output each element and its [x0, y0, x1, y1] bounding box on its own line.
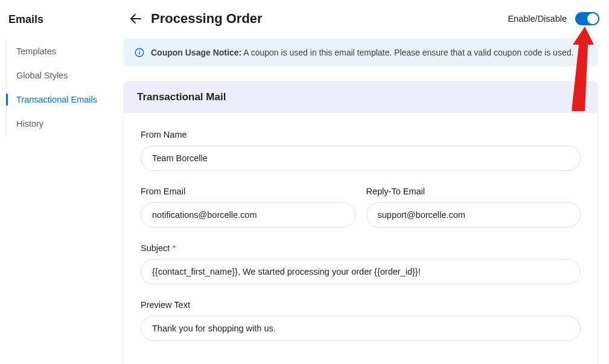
- page-header: Processing Order Enable/Disable: [121, 11, 601, 39]
- sidebar-item-history[interactable]: History: [15, 112, 115, 136]
- notice-body: A coupon is used in this email template.…: [241, 48, 573, 57]
- reply-to-label: Reply-To Email: [366, 187, 581, 196]
- info-icon: [134, 47, 145, 58]
- header-left: Processing Order: [128, 11, 263, 27]
- from-name-input[interactable]: [141, 145, 581, 171]
- preview-text-label: Preview Text: [141, 300, 581, 310]
- reply-to-input[interactable]: [366, 202, 581, 228]
- sidebar-nav-list: Templates Global Styles Transactional Em…: [6, 39, 115, 136]
- field-row-emails: From Email Reply-To Email: [141, 187, 581, 228]
- enable-disable-toggle[interactable]: [575, 12, 599, 25]
- field-subject: Subject*: [141, 243, 581, 284]
- subject-label-text: Subject: [141, 243, 170, 253]
- field-preview-text: Preview Text: [141, 300, 581, 341]
- card-body: From Name From Email Reply-To Email: [124, 113, 598, 364]
- transactional-mail-card: Transactional Mail From Name From Email …: [123, 81, 598, 364]
- from-email-input[interactable]: [141, 202, 356, 228]
- page-title: Processing Order: [151, 11, 263, 27]
- sidebar-item-transactional-emails[interactable]: Transactional Emails: [15, 88, 115, 112]
- enable-disable-label: Enable/Disable: [508, 14, 567, 24]
- notice-bold: Coupon Usage Notice:: [151, 48, 241, 57]
- sidebar-item-global-styles[interactable]: Global Styles: [15, 63, 115, 88]
- sidebar-title: Emails: [6, 13, 115, 26]
- subject-label: Subject*: [141, 243, 581, 253]
- preview-text-input[interactable]: [141, 316, 581, 341]
- main-content: Processing Order Enable/Disable Coupon U…: [121, 0, 609, 364]
- field-from-name: From Name: [141, 130, 581, 171]
- coupon-usage-notice: Coupon Usage Notice: A coupon is used in…: [123, 39, 598, 66]
- field-reply-to: Reply-To Email: [366, 187, 581, 228]
- header-right: Enable/Disable: [508, 12, 599, 25]
- subject-input[interactable]: [141, 259, 581, 284]
- notice-text: Coupon Usage Notice: A coupon is used in…: [151, 48, 573, 57]
- sidebar: Emails Templates Global Styles Transacti…: [0, 0, 121, 364]
- sidebar-item-templates[interactable]: Templates: [15, 39, 115, 63]
- arrow-left-icon: [129, 11, 143, 26]
- required-asterisk: *: [172, 243, 176, 253]
- card-header: Transactional Mail: [124, 81, 598, 113]
- back-button[interactable]: [128, 11, 144, 27]
- field-from-email: From Email: [141, 187, 356, 228]
- from-email-label: From Email: [141, 187, 356, 196]
- from-name-label: From Name: [141, 130, 581, 139]
